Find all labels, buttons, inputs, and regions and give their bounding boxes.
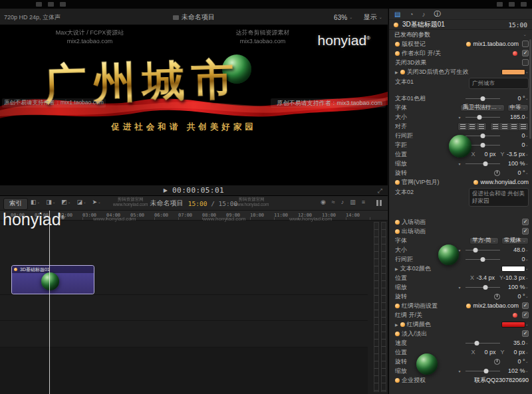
justify-center-button[interactable]	[500, 123, 509, 130]
zoom-menu[interactable]: 63%⌄	[334, 13, 352, 22]
disable-3d-checkbox[interactable]	[522, 59, 529, 66]
site-watermark: www.honyiad.com	[93, 216, 136, 222]
clip-thumbnail-sphere	[41, 272, 59, 290]
param-row-size01: 大小 ▾ 185.0 ⌄	[389, 112, 532, 122]
line-spacing-slider[interactable]	[466, 259, 500, 260]
snapping-icon[interactable]: ▥	[350, 199, 356, 205]
play-icon[interactable]: ▶	[164, 187, 168, 193]
section-header: 已发布的参数	[394, 31, 430, 39]
info-inspector-tab[interactable]: ⓘ	[434, 9, 441, 19]
font-style-dropdown[interactable]: 中等⌄	[507, 104, 529, 112]
append-clip-button[interactable]: ◩⌄	[61, 199, 70, 205]
justify-full-button[interactable]	[519, 123, 528, 130]
project-title: 未命名项目	[182, 13, 215, 22]
credit-watermark-right: 原创不易请支持作者：mix3.taobao.com	[271, 98, 386, 108]
audio-skimming-icon[interactable]: ≈	[332, 199, 335, 205]
video-inspector-tab[interactable]: ▤	[394, 11, 400, 18]
param-row-text01: 文本01 广州城市	[389, 76, 532, 94]
ribbon-anim-checkbox[interactable]: ✓	[522, 302, 529, 309]
author-wat ermark-checkbox[interactable]: ✓	[522, 50, 529, 56]
align-right-button[interactable]	[477, 123, 486, 130]
browser-toggle-icon[interactable]	[36, 2, 42, 7]
param-row-font02: 字体 苹方-简⌄ 常规体⌄	[389, 236, 532, 245]
keyframe-icon: ▾	[459, 115, 461, 120]
viewer-canvas: Max大设计 / FCPX资源站 mix2.taobao.com 达芬奇剪辑资源…	[0, 25, 388, 185]
published-icon	[466, 42, 471, 47]
timeline-brand-watermark: honyiad®	[3, 210, 65, 229]
position-x-field[interactable]: 0 px	[475, 349, 496, 355]
fill-color-swatch[interactable]	[501, 69, 525, 75]
tool-select-menu[interactable]: ➤⌄	[92, 199, 101, 205]
keyword-editor-icon[interactable]	[48, 2, 54, 7]
justify-left-button[interactable]	[491, 123, 500, 130]
chevron-down-icon[interactable]: ⌄	[523, 32, 527, 37]
fade-checkbox[interactable]: ✓	[522, 330, 529, 337]
disclosure-icon[interactable]: ▶	[395, 322, 398, 327]
keyframe-icon: ▾	[459, 248, 461, 252]
background-tasks-icon[interactable]	[60, 2, 66, 7]
rotation-dial[interactable]	[494, 170, 500, 176]
sphere-watermark	[438, 245, 459, 265]
solo-icon[interactable]: ♪	[341, 199, 344, 205]
align-left-button[interactable]	[458, 123, 467, 130]
view-menu[interactable]: 显示⌄	[364, 13, 382, 22]
size-slider[interactable]	[466, 117, 500, 118]
title-clip[interactable]: 3D基础标题01	[12, 266, 94, 294]
rotation-dial[interactable]	[494, 294, 500, 300]
param-row-position03: 位置 X 0 px Y 0 px ⌄	[389, 347, 532, 357]
size-slider[interactable]	[466, 250, 500, 250]
disclosure-icon[interactable]: ▶	[395, 266, 398, 271]
overwrite-clip-button[interactable]: ◪⌄	[76, 199, 86, 205]
text02-color-swatch[interactable]	[501, 266, 525, 272]
speed-slider[interactable]	[466, 343, 500, 344]
position-y-field[interactable]: -10.3 px	[503, 274, 525, 281]
effects-browser-icon[interactable]	[497, 2, 503, 7]
inspector-scrollbar[interactable]	[529, 39, 531, 139]
anim-out-checkbox[interactable]: ✓	[522, 228, 529, 235]
text02-input[interactable]: 促进社会和谐 共创美好家园	[469, 188, 529, 207]
scale-slider[interactable]	[466, 287, 500, 288]
sphere-watermark	[416, 353, 438, 375]
index-button[interactable]: 索引	[3, 198, 28, 210]
published-icon	[394, 23, 398, 27]
rotation-dial[interactable]	[494, 359, 500, 365]
position-x-field[interactable]: -3.4 px	[474, 274, 495, 281]
font-style-dropdown[interactable]: 常规体⌄	[501, 237, 529, 245]
color-inspector-tab[interactable]: ◔	[409, 11, 413, 18]
align-center-button[interactable]	[467, 123, 477, 130]
insert-clip-button[interactable]: ◨⌄	[46, 199, 55, 205]
disclosure-icon[interactable]: ▶	[395, 70, 398, 74]
playhead[interactable]	[49, 211, 50, 394]
scale-slider[interactable]	[466, 371, 500, 371]
ribbon-color-swatch[interactable]	[501, 322, 525, 328]
timeline-toolbar: 索引 ◧⌄ ◨⌄ ◩⌄ ◪⌄ ➤⌄ 剪辑资源官网www.honyiad.com …	[0, 196, 388, 211]
watermark-2: 达芬奇剪辑资源素材 mix3.taobao.com	[218, 29, 307, 46]
font-family-dropdown[interactable]: 苹方-简⌄	[469, 237, 499, 245]
ribbon-switch-checkbox[interactable]: ✓	[522, 312, 529, 318]
fullscreen-icon[interactable]: ⤢	[378, 187, 382, 195]
timeline-tracks[interactable]: honyiad® www.honyiad.com www.honyiad.com…	[0, 221, 388, 394]
param-row-scale03: 缩放 ▾ 102 % ⌄	[389, 366, 532, 375]
anim-in-checkbox[interactable]: ✓	[522, 219, 529, 225]
font-family-dropdown[interactable]: 禹卫书法行…⌄	[460, 104, 504, 112]
copyright-checkbox[interactable]	[522, 41, 529, 47]
hue-slider[interactable]	[466, 98, 500, 99]
connect-clip-button[interactable]: ◧⌄	[31, 199, 40, 205]
param-row-fill-color: ▶ 关闭3D后填色方可生效 ⌄	[389, 67, 532, 76]
ruler-label: 14:00	[346, 213, 360, 218]
audio-meters-toggle[interactable]	[376, 200, 382, 206]
skimming-icon[interactable]: ◉	[321, 199, 326, 205]
clip-label: 3D基础标题01	[20, 266, 50, 273]
clip-appearance-icon[interactable]: ≡	[362, 199, 365, 205]
scale-slider[interactable]	[466, 163, 500, 164]
share-icon[interactable]	[509, 2, 515, 7]
position-y-field[interactable]: -3.5 px	[505, 151, 525, 157]
justify-right-button[interactable]	[509, 123, 519, 130]
inspector-toggle-icon[interactable]	[521, 2, 527, 7]
line-spacing-slider[interactable]	[466, 136, 500, 136]
position-x-field[interactable]: 0 px	[475, 151, 496, 157]
text01-input[interactable]: 广州城市	[469, 78, 529, 89]
position-y-field[interactable]: 0 px	[505, 349, 525, 355]
audio-inspector-tab[interactable]: ♪	[422, 11, 426, 18]
credit-watermark-left: 原创不易请支持作者：mix1.taobao.com	[2, 98, 106, 108]
